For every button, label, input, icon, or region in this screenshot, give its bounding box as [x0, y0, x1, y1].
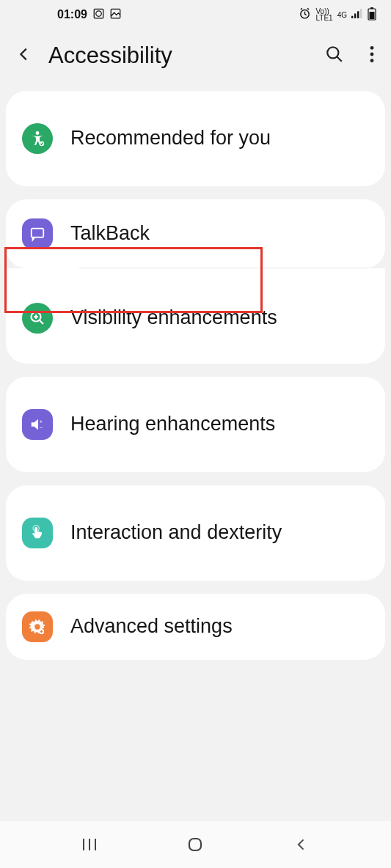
status-net-4g: 4G — [337, 12, 347, 18]
svg-point-11 — [327, 47, 338, 58]
svg-point-13 — [370, 53, 374, 56]
svg-rect-10 — [370, 12, 375, 19]
page-title: Accessibility — [48, 43, 309, 69]
list-item-label: TalkBack — [70, 221, 369, 246]
gear-plus-icon — [22, 611, 53, 642]
svg-point-1 — [96, 10, 102, 16]
nav-back[interactable] — [287, 830, 316, 859]
chat-icon — [22, 218, 53, 249]
list-item-advanced[interactable]: Advanced settings — [6, 594, 385, 660]
svg-rect-7 — [360, 9, 362, 18]
list-item-label: Advanced settings — [70, 614, 369, 639]
status-net-label: Vo))LTE1 — [315, 8, 332, 21]
svg-text:−: − — [40, 424, 43, 431]
touch-icon — [22, 518, 53, 548]
signal-icon — [351, 8, 363, 21]
accessibility-icon — [22, 123, 53, 154]
status-bar: 01:09 Vo))LTE1 4G — [0, 0, 391, 29]
svg-rect-4 — [351, 16, 353, 18]
svg-point-12 — [370, 46, 374, 50]
svg-rect-5 — [354, 14, 356, 18]
status-time: 01:09 — [57, 8, 87, 21]
alarm-icon — [299, 7, 311, 22]
list-item-hearing[interactable]: +− Hearing enhancements — [6, 377, 385, 472]
list-item-label: Hearing enhancements — [70, 412, 369, 437]
list-item-interaction[interactable]: Interaction and dexterity — [6, 485, 385, 581]
list-item-visibility[interactable]: Visibility enhancements — [6, 268, 385, 364]
zoom-plus-icon — [22, 303, 53, 334]
list-item-label: Recommended for you — [70, 126, 369, 151]
nav-home[interactable] — [180, 830, 210, 859]
navigation-bar — [0, 821, 391, 868]
svg-rect-6 — [357, 11, 359, 18]
battery-icon — [368, 7, 376, 23]
list-item-label: Visibility enhancements — [70, 306, 369, 331]
volume-adjust-icon: +− — [22, 409, 53, 440]
svg-point-15 — [36, 131, 40, 135]
list-item-recommended[interactable]: Recommended for you — [6, 91, 385, 186]
image-icon — [110, 8, 121, 22]
app-header: Accessibility — [0, 29, 391, 91]
svg-rect-23 — [189, 839, 201, 850]
back-icon[interactable] — [16, 46, 32, 65]
search-icon[interactable] — [325, 45, 344, 67]
settings-list: Recommended for you TalkBack Visibility … — [0, 91, 391, 660]
list-item-label: Interaction and dexterity — [70, 521, 369, 545]
svg-point-14 — [370, 59, 374, 62]
more-icon[interactable] — [369, 45, 375, 67]
svg-rect-17 — [32, 229, 44, 238]
clock-square-icon — [93, 8, 104, 22]
list-item-talkback[interactable]: TalkBack — [6, 199, 385, 268]
nav-recents[interactable] — [75, 830, 104, 859]
